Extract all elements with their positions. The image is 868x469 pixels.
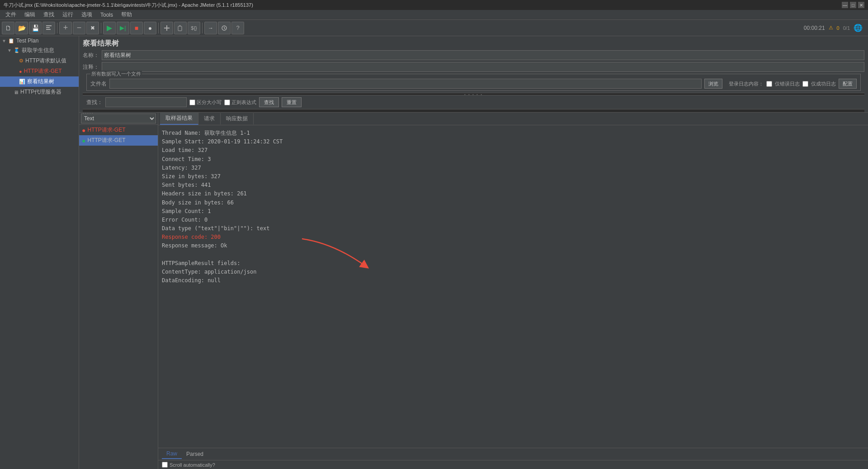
http-get-failed-label: HTTP请求-GET [24,67,62,75]
browse-button[interactable]: 浏览 [704,79,722,89]
new-button[interactable]: 🗋 [2,22,14,34]
menu-edit[interactable]: 编辑 [21,10,39,19]
tab-request[interactable]: 请求 [198,113,221,124]
log-label: 登录日志内容： [729,81,764,87]
title-bar: 牛刀小试.jmx (E:\Wroks\tools\apache-jmeter-5… [0,0,868,10]
http-proxy-icon: 🖥 [14,90,19,95]
tab-parsed[interactable]: Parsed [182,450,208,459]
tree-item-view-results[interactable]: 📊 察看结果树 [0,76,79,87]
menu-find[interactable]: 查找 [40,10,58,19]
search-bar: 查找： 区分大小写 正则表达式 查找 重置 [83,95,864,109]
save-button[interactable]: 💾 [29,22,42,34]
timer-display: 00:00:21 [804,25,825,31]
tree-item-get-students[interactable]: ▼ 🧵 获取学生信息 [0,45,79,56]
clear-all-button[interactable] [160,22,173,34]
menu-help[interactable]: 帮助 [118,10,136,19]
divider-dots: • • • • • [464,92,483,96]
comment-input[interactable] [102,62,864,72]
menu-file[interactable]: 文件 [2,10,20,19]
separator-1 [57,23,57,33]
stop-button[interactable]: ■ [130,22,143,34]
remove-button[interactable]: − [73,22,85,34]
name-input[interactable] [102,50,864,60]
tree-expand-icon: ▼ [2,38,6,43]
tab-raw[interactable]: Raw [162,449,182,459]
config-button[interactable]: 配置 [839,79,857,89]
results-area: Text XML JSON HTML ● HTTP请求-GET ● [79,113,868,469]
file-section-legend: 所有数据写入一个文件 [90,71,142,77]
case-sensitive-label: 区分大小写 [189,99,222,106]
svg-rect-5 [178,26,182,31]
open-button[interactable]: 📂 [15,22,28,34]
result-item-success-label: HTTP请求-GET [87,137,125,144]
success-status-icon: ● [82,137,85,144]
right-panel: 察看结果树 名称： 注释： 所有数据写入一个文件 文件名 浏览 登录日志内容： … [79,36,868,469]
menu-run[interactable]: 运行 [59,10,77,19]
scroll-auto-label: Scroll automatically? [170,462,215,468]
result-item-failed[interactable]: ● HTTP请求-GET [79,125,158,135]
menu-tools[interactable]: Tools [97,11,117,19]
search-input[interactable] [105,97,187,107]
shutdown-button[interactable]: ● [144,22,156,34]
detail-panel: 取样器结果 请求 响应数据 Thread Name: 获取学生信息 1-1 Sa… [158,113,868,469]
help-button[interactable]: ? [231,22,244,34]
search-button[interactable]: 查找 [259,97,279,107]
search-label: 查找： [86,99,103,106]
run-from-here-button[interactable]: → [204,22,217,34]
detail-content-area: Thread Name: 获取学生信息 1-1 Sample Start: 20… [158,125,868,448]
test-plan-label: Test Plan [16,38,38,44]
view-results-icon: 📊 [19,79,25,85]
tab-sampler-result[interactable]: 取样器结果 [160,113,198,125]
tree-item-http-get-failed[interactable]: ● HTTP请求-GET [0,66,79,76]
add-button[interactable]: + [59,22,72,34]
function-helper-button[interactable]: ${} [188,22,200,34]
result-item-success[interactable]: ● HTTP请求-GET [79,135,158,146]
divider-handle-2[interactable]: • • • • • [83,109,864,112]
get-from-clipboard-button[interactable] [174,22,187,34]
regex-label: 正则表达式 [224,99,256,106]
tree-item-http-defaults[interactable]: ⚙ HTTP请求默认值 [0,56,79,66]
start-no-pause-button[interactable]: ▶| [117,22,129,34]
results-dropdown-row: Text XML JSON HTML [79,113,158,125]
http-defaults-icon: ⚙ [19,58,24,64]
tree-item-test-plan[interactable]: ▼ 📋 Test Plan [0,36,79,45]
success-checkbox[interactable] [802,81,808,87]
maximize-button[interactable]: □ [850,2,856,8]
run-button[interactable]: ▶ [103,22,116,34]
templates-button[interactable] [42,22,55,34]
test-plan-icon: 📋 [8,38,14,44]
file-section: 所有数据写入一个文件 文件名 浏览 登录日志内容： 仅错误日志 仅成功日志 配置 [86,74,861,91]
comment-row: 注释： [83,62,864,72]
minimize-button[interactable]: — [842,2,848,8]
file-input[interactable] [109,79,702,89]
comment-label: 注释： [83,63,99,71]
errors-checkbox[interactable] [766,81,772,87]
http-defaults-label: HTTP请求默认值 [25,57,66,65]
bottom-tabs: Raw Parsed [158,448,868,460]
scroll-auto-row: Scroll automatically? [158,460,868,469]
result-item-failed-label: HTTP请求-GET [87,126,125,134]
svg-rect-2 [46,29,51,30]
tree-item-http-proxy[interactable]: 🖥 HTTP代理服务器 [0,87,79,97]
results-format-dropdown[interactable]: Text XML JSON HTML [81,114,156,123]
svg-rect-1 [46,27,50,28]
http-error-icon: ● [19,69,22,74]
close-button[interactable]: ✕ [858,2,864,8]
clear-button[interactable]: ✖ [86,22,99,34]
errors-label: 仅错误日志 [775,81,800,87]
get-students-label: 获取学生信息 [22,47,54,54]
menu-options[interactable]: 选项 [78,10,96,19]
scroll-auto-checkbox[interactable] [162,462,168,468]
left-tree-panel: ▼ 📋 Test Plan ▼ 🧵 获取学生信息 ⚙ HTTP请求默认值 ● H… [0,36,79,469]
toggle-button[interactable] [218,22,231,34]
regex-checkbox[interactable] [224,99,230,105]
tree-expand-icon: ▼ [7,48,12,53]
panel-title: 察看结果树 [83,39,864,48]
separator-2 [101,23,101,33]
svg-rect-4 [166,25,167,31]
panel-header: 察看结果树 名称： 注释： 所有数据写入一个文件 文件名 浏览 登录日志内容： … [79,36,868,113]
detail-tabs: 取样器结果 请求 响应数据 [158,113,868,125]
reset-button[interactable]: 重置 [282,97,302,107]
case-sensitive-checkbox[interactable] [189,99,195,105]
tab-response-data[interactable]: 响应数据 [221,113,254,124]
